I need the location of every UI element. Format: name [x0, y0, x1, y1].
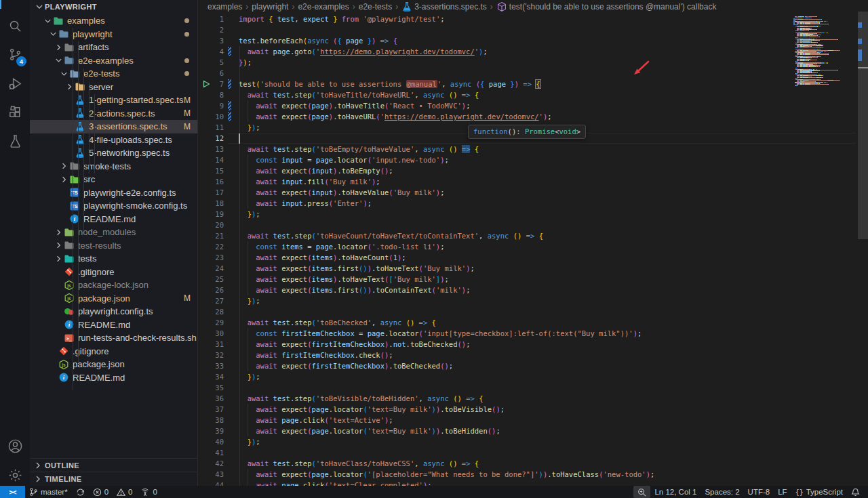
editor-pane[interactable]: examples›playwright›e2e-examples›e2e-tes…	[198, 0, 868, 486]
status-errors[interactable]: 0	[89, 486, 113, 498]
code-line-38[interactable]: 38 await page.click('text=Active');	[198, 415, 856, 426]
chevron-right-icon[interactable]	[59, 161, 69, 171]
breadcrumb-item[interactable]: playwright	[252, 2, 288, 12]
code-line-29[interactable]: 29 await test.step('toBeChecked', async …	[198, 317, 856, 328]
tree-item-artifacts[interactable]: artifacts	[30, 41, 197, 54]
tree-item-tests[interactable]: tests	[30, 252, 197, 266]
status-notifications[interactable]	[847, 486, 864, 498]
status-ports[interactable]: 0	[136, 486, 161, 498]
tree-item-3-assertions-spec-ts[interactable]: 3-assertions.spec.tsM	[30, 120, 197, 133]
tree-item-examples[interactable]: examples	[30, 14, 197, 28]
settings-icon[interactable]	[0, 461, 30, 489]
breadcrumb-item[interactable]: e2e-examples	[298, 2, 349, 12]
scrollbar[interactable]	[856, 0, 868, 486]
status-eol[interactable]: LF	[774, 486, 791, 498]
tree-item-readme-md[interactable]: iREADME.md	[30, 318, 197, 332]
code-line-32[interactable]: 32 await firstItemCheckbox.check();	[198, 350, 856, 360]
tree-item-e2e-examples[interactable]: e2e-examples	[30, 54, 197, 68]
tree-item-playwright[interactable]: playwright	[30, 28, 197, 41]
tree-item-test-results[interactable]: test-results	[30, 239, 197, 253]
tree-item-node-modules[interactable]: node_modules	[30, 226, 197, 239]
code-line-24[interactable]: 24 await expect(items.first()).toHaveTex…	[198, 263, 856, 274]
status-encoding[interactable]: UTF-8	[744, 486, 774, 498]
status-cursor-position[interactable]: Ln 12, Col 1	[650, 486, 701, 498]
code-line-6[interactable]: 6	[198, 68, 856, 79]
breadcrumb-item[interactable]: test('should be able to use assertions @…	[496, 1, 717, 12]
outline-panel-header[interactable]: OUTLINE	[30, 458, 197, 472]
code-line-18[interactable]: 18 await input.press('Enter');	[198, 198, 856, 209]
tree-item-readme-md[interactable]: iREADME.md	[30, 371, 197, 385]
run-debug-icon[interactable]	[0, 70, 30, 97]
code-line-39[interactable]: 39 await expect(page.locator('text=Buy m…	[198, 426, 856, 436]
code-line-10[interactable]: 10 await expect(page).toHaveURL('https:/…	[198, 111, 856, 122]
tree-item-run-tests-and-check-results-sh[interactable]: >_run-tests-and-check-results.sh	[30, 331, 197, 345]
code-line-44[interactable]: 44 await page.click('text=Clear complete…	[198, 480, 856, 486]
chevron-right-icon[interactable]	[59, 174, 69, 185]
code-line-5[interactable]: 5});	[198, 57, 856, 68]
tree-item-1-getting-started-spec-ts[interactable]: 1-getting-started.spec.tsM	[30, 94, 197, 107]
tree-item-playwright-e2e-config-ts[interactable]: TSplaywright-e2e.config.ts	[30, 186, 197, 200]
tree-item-package-lock-json[interactable]: jspackage-lock.json	[30, 278, 197, 292]
remote-indicator[interactable]: ><	[0, 486, 25, 498]
chevron-down-icon[interactable]	[48, 28, 58, 39]
tree-item-server[interactable]: server	[30, 81, 197, 94]
status-git-branch[interactable]: master*	[25, 486, 72, 498]
tree-item-2-actions-spec-ts[interactable]: 2-actions.spec.tsM	[30, 107, 197, 121]
code-area[interactable]: 1import { test, expect } from '@playwrig…	[198, 14, 856, 486]
code-line-40[interactable]: 40 });	[198, 436, 856, 447]
code-line-1[interactable]: 1import { test, expect } from '@playwrig…	[198, 14, 856, 24]
chevron-down-icon[interactable]	[43, 16, 53, 26]
tree-item-5-networking-spec-ts[interactable]: 5-networking.spec.ts	[30, 146, 197, 160]
code-line-14[interactable]: 14 const input = page.locator('input.new…	[198, 154, 856, 165]
code-line-36[interactable]: 36 await test.step('toBeVisible/toBeHidd…	[198, 393, 856, 404]
tree-item--gitignore[interactable]: .gitignore	[30, 266, 197, 279]
code-line-9[interactable]: 9 await expect(page).toHaveTitle('React …	[198, 100, 856, 111]
tree-item-4-file-uploads-spec-ts[interactable]: 4-file-uploads.spec.ts	[30, 133, 197, 147]
tree-item-playwright-config-ts[interactable]: playwright.config.ts	[30, 305, 197, 318]
code-line-42[interactable]: 42 await test.step('toHaveClass/toHaveCS…	[198, 458, 856, 469]
tree-item-readme-md[interactable]: iREADME.md	[30, 213, 197, 226]
code-line-20[interactable]: 20	[198, 220, 856, 230]
code-line-26[interactable]: 26 await expect(items.first()).toContain…	[198, 285, 856, 295]
chevron-right-icon[interactable]	[54, 253, 64, 264]
code-line-41[interactable]: 41	[198, 447, 856, 458]
code-line-2[interactable]: 2	[198, 24, 856, 35]
tree-item-package-json[interactable]: jspackage.jsonM	[30, 292, 197, 306]
tree-item--gitignore[interactable]: .gitignore	[30, 345, 197, 358]
tree-item-playwright-smoke-config-ts[interactable]: TSplaywright-smoke.config.ts	[30, 199, 197, 213]
chevron-right-icon[interactable]	[54, 42, 64, 53]
code-line-35[interactable]: 35	[198, 382, 856, 393]
code-line-19[interactable]: 19 });	[198, 209, 856, 220]
code-line-30[interactable]: 30 const firstItemCheckbox = page.locato…	[198, 328, 856, 339]
breadcrumb-item[interactable]: examples	[208, 2, 242, 12]
code-line-15[interactable]: 15 await expect(input).toBeEmpty();	[198, 165, 856, 176]
chevron-right-icon[interactable]	[54, 227, 64, 238]
code-line-37[interactable]: 37 await expect(page.locator('text=Buy m…	[198, 404, 856, 415]
status-sync[interactable]	[72, 486, 89, 498]
tree-item-src[interactable]: src	[30, 173, 197, 186]
code-line-17[interactable]: 17 await expect(input).toHaveValue('Buy …	[198, 187, 856, 198]
timeline-panel-header[interactable]: TIMELINE	[30, 472, 197, 486]
testing-icon[interactable]	[0, 127, 30, 154]
chevron-right-icon[interactable]	[54, 240, 64, 251]
tree-item-package-json[interactable]: jspackage.json	[30, 358, 197, 371]
tree-item-smoke-tests[interactable]: smoke-tests	[30, 160, 197, 173]
status-warnings[interactable]: 0	[113, 486, 136, 498]
chevron-down-icon[interactable]	[59, 68, 69, 79]
extensions-icon[interactable]	[0, 98, 30, 125]
code-line-16[interactable]: 16 await input.fill('Buy milk');	[198, 176, 856, 187]
code-line-27[interactable]: 27 });	[198, 295, 856, 306]
chevron-down-icon[interactable]	[54, 55, 64, 66]
minimap[interactable]	[793, 14, 856, 486]
explorer-section-header[interactable]: PLAYWRIGHT	[30, 0, 197, 14]
status-indentation[interactable]: Spaces: 2	[701, 486, 743, 498]
code-line-25[interactable]: 25 await expect(items).toHaveText(['Buy …	[198, 274, 856, 285]
code-line-34[interactable]: 34 });	[198, 371, 856, 382]
breadcrumb-item[interactable]: 3-assertions.spec.ts	[401, 1, 487, 12]
code-line-8[interactable]: 8 await test.step('toHaveTitle/toHaveURL…	[198, 89, 856, 100]
scrollbar-slider[interactable]	[858, 12, 868, 239]
code-line-13[interactable]: 13 await test.step('toBeEmpty/toHaveValu…	[198, 144, 856, 154]
code-line-7[interactable]: 7test('should be able to use assertions …	[198, 79, 856, 89]
status-language-mode[interactable]: {}TypeScript	[791, 486, 847, 498]
code-line-31[interactable]: 31 await expect(firstItemCheckbox).not.t…	[198, 339, 856, 350]
